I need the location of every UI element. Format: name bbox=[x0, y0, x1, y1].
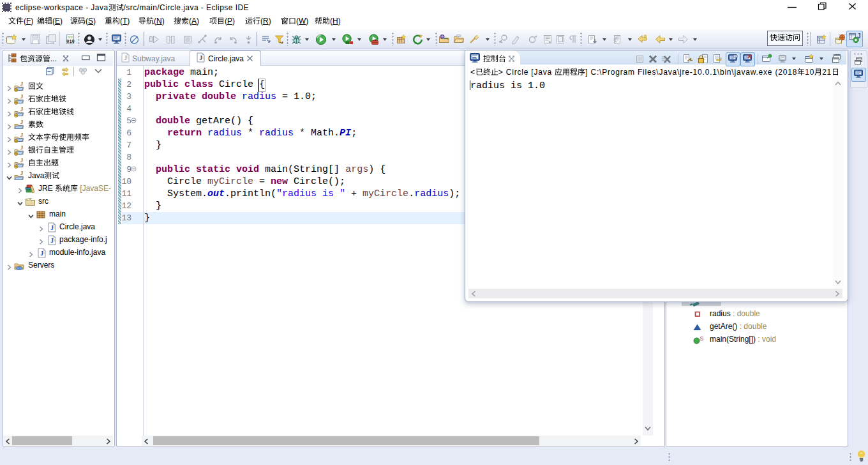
svg-text:S: S bbox=[700, 336, 704, 342]
svg-text:J: J bbox=[20, 158, 24, 164]
svg-text:J: J bbox=[50, 225, 54, 231]
svg-text:J: J bbox=[199, 55, 202, 61]
svg-text:J: J bbox=[857, 33, 861, 40]
svg-text:J: J bbox=[20, 82, 24, 87]
svg-text:J: J bbox=[20, 146, 24, 151]
svg-text:J: J bbox=[20, 133, 24, 138]
svg-text:J: J bbox=[20, 120, 24, 125]
svg-text:J: J bbox=[20, 171, 24, 176]
svg-text:J: J bbox=[20, 107, 24, 112]
svg-text:010: 010 bbox=[66, 39, 75, 44]
svg-text:J: J bbox=[20, 95, 24, 100]
svg-text:J: J bbox=[50, 238, 54, 244]
svg-text:J: J bbox=[40, 250, 43, 257]
